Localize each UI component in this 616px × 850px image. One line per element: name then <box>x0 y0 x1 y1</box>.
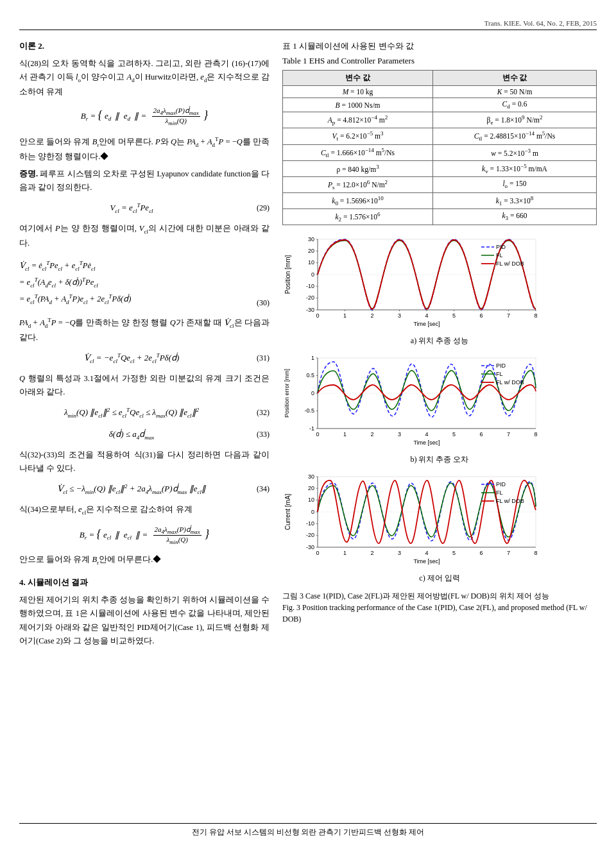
svg-text:FL: FL <box>496 252 503 259</box>
svg-text:4: 4 <box>425 550 428 556</box>
eq-30: V̇cl = ėclTPecl + eclTPėcl = eclT(Adecl … <box>19 255 270 310</box>
svg-text:8: 8 <box>534 312 537 319</box>
svg-text:-30: -30 <box>306 544 314 550</box>
svg-text:3: 3 <box>398 550 401 556</box>
svg-text:Position error [mm]: Position error [mm] <box>284 369 290 418</box>
svg-text:3: 3 <box>398 431 401 438</box>
svg-text:2: 2 <box>370 431 373 438</box>
parameter-table: 변수 값 변수 값 M = 10 kg K = 50 N/m B = 1000 … <box>282 70 597 225</box>
table-cell: kv = 1.33×10−5 m/mA <box>433 160 597 176</box>
table-cell: ρ = 840 kg/m3 <box>283 160 433 176</box>
para9: 안으로 들어와 유계 Br안에 머무른다.◆ <box>19 553 270 568</box>
svg-text:30: 30 <box>308 473 314 480</box>
page: Trans. KIEE. Vol. 64, No. 2, FEB, 2015 이… <box>0 0 616 850</box>
svg-text:5: 5 <box>452 550 456 556</box>
svg-text:1: 1 <box>343 431 346 438</box>
svg-text:1: 1 <box>343 550 346 556</box>
table-row: ρ = 840 kg/m3 kv = 1.33×10−5 m/mA <box>283 160 597 176</box>
svg-text:10: 10 <box>308 259 314 266</box>
table-cell: Ctl = 2.48815×10−14 m5/Ns <box>433 128 597 144</box>
svg-text:1: 1 <box>343 312 346 319</box>
svg-text:6: 6 <box>479 550 483 556</box>
svg-text:PID: PID <box>496 244 506 250</box>
table-cell: Ap = 4.812×10−4 m2 <box>283 112 433 128</box>
svg-text:-10: -10 <box>306 283 314 289</box>
table-row: k0 = 1.5696×1010 k1 = 3.3×108 <box>283 192 597 208</box>
table-title-kr: 표 1 시뮬레이션에 사용된 변수와 값 <box>282 40 597 52</box>
para6: Q 행렬의 특성과 3.1절에서 가정한 외란 미분값의 유계 크기 조건은 아… <box>19 372 270 400</box>
chart-c-container: Current [mA] 30 20 10 0 -10 - <box>282 472 597 584</box>
table-cell: k2 = 1.576×106 <box>283 209 433 225</box>
table-cell: lo = 150 <box>433 176 597 192</box>
para8: 식(34)으로부터, ecl은 지수적으로 감소하여 유계 <box>19 503 270 518</box>
table-title-en: Table 1 EHS and Controller Parameters <box>282 56 597 66</box>
table-cell: w = 5.2×10−3 m <box>433 144 597 160</box>
svg-text:2: 2 <box>370 312 373 319</box>
chart-b: Position error [mm] 1 0.5 0 -0.5 -1 <box>282 353 558 452</box>
svg-text:FL: FL <box>496 489 503 496</box>
svg-text:PID: PID <box>496 362 506 369</box>
chart-c-caption: c) 제어 입력 <box>282 573 597 584</box>
svg-text:Time [sec]: Time [sec] <box>413 439 440 446</box>
table-cell: k3 = 660 <box>433 209 597 225</box>
svg-text:FL: FL <box>496 371 503 377</box>
svg-text:4: 4 <box>425 431 428 438</box>
svg-text:Time [sec]: Time [sec] <box>413 321 440 327</box>
svg-text:-20: -20 <box>306 294 314 301</box>
svg-text:0: 0 <box>311 390 314 396</box>
header: Trans. KIEE. Vol. 64, No. 2, FEB, 2015 <box>19 19 597 30</box>
right-column: 표 1 시뮬레이션에 사용된 변수와 값 Table 1 EHS and Con… <box>282 40 597 813</box>
table-cell: Vt = 6.2×10−5 m3 <box>283 128 433 144</box>
para1: 식(28)의 오차 동역학 식을 고려하자. 그리고, 외란 관측기 (16)-… <box>19 57 270 99</box>
footer: 전기 유압 서보 시스템의 비선형 외란 관측기 기반피드백 선형화 제어 <box>19 823 597 837</box>
table-cell: k0 = 1.5696×1010 <box>283 192 433 208</box>
chart-b-caption: b) 위치 추종 오차 <box>282 454 597 465</box>
para4: 여기에서 P는 양 한정 행렬이며, Vcl의 시간에 대한 미분은 아래와 같… <box>19 222 270 250</box>
table-row: Ps = 12.0×106 N/m2 lo = 150 <box>283 176 597 192</box>
chart-a: Position [mm] 30 20 10 0 -10 <box>282 234 558 334</box>
svg-text:2: 2 <box>370 550 373 556</box>
svg-text:7: 7 <box>507 550 510 556</box>
svg-text:7: 7 <box>507 312 510 319</box>
sec4-title: 4. 시뮬레이션 결과 <box>19 577 270 588</box>
eq-34: V̇cl ≤ −λmin(Q) ‖ecl‖2 + 2a4λmax(P)ḋmax … <box>19 480 270 498</box>
chart-c: Current [mA] 30 20 10 0 -10 - <box>282 472 558 571</box>
table-row: B = 1000 Ns/m Cd = 0.6 <box>283 98 597 112</box>
table-cell: K = 50 N/m <box>433 86 597 98</box>
table-cell: Ps = 12.0×106 N/m2 <box>283 176 433 192</box>
svg-text:Time [sec]: Time [sec] <box>413 558 440 565</box>
para3: 증명. 페루프 시스템의 오차로 구성된 Lyapunov candidate … <box>19 167 270 195</box>
section-title: 이론 2. <box>19 40 270 52</box>
para2: 안으로 들어와 유계 Br안에 머무른다. P와 Q는 PAd + AdTP =… <box>19 135 270 164</box>
svg-text:10: 10 <box>308 497 314 503</box>
eq-29: Vcl = eclTPecl (29) <box>19 200 270 217</box>
svg-text:0: 0 <box>311 271 314 278</box>
table-row: Vt = 6.2×10−5 m3 Ctl = 2.48815×10−14 m5/… <box>283 128 597 144</box>
chart-b-container: Position error [mm] 1 0.5 0 -0.5 -1 <box>282 353 597 465</box>
svg-text:3: 3 <box>398 312 401 319</box>
svg-text:0: 0 <box>311 509 314 515</box>
svg-text:FL w/ DOB: FL w/ DOB <box>496 260 524 267</box>
svg-text:20: 20 <box>308 248 314 254</box>
table-cell: Cd = 0.6 <box>433 98 597 112</box>
table-cell: k1 = 3.3×108 <box>433 192 597 208</box>
svg-text:0: 0 <box>316 312 319 319</box>
eq-br: Br = { ed ‖ ed ‖ = 2a4λmax(P)ḋmax λmin(Q… <box>19 104 270 129</box>
eq-br2: Br = { ecl ‖ ecl ‖ = 2a4λmax(P)ḋmax λmin… <box>19 523 270 548</box>
header-text: Trans. KIEE. Vol. 64, No. 2, FEB, 2015 <box>484 19 597 27</box>
svg-text:0.5: 0.5 <box>306 372 314 378</box>
svg-text:FL w/ DOB: FL w/ DOB <box>496 379 524 386</box>
svg-text:-1: -1 <box>309 425 314 432</box>
svg-text:6: 6 <box>479 312 483 319</box>
eq-33: δ(ḋ) ≤ a4ḋmax (33) <box>19 427 270 443</box>
table-cell: βe = 1.8×109 N/m2 <box>433 112 597 128</box>
svg-text:-10: -10 <box>306 520 314 527</box>
para7: 식(32)-(33)의 조건을 적용하여 식(31)을 다시 정리하면 다음과 … <box>19 448 270 476</box>
svg-text:-20: -20 <box>306 532 314 538</box>
svg-text:6: 6 <box>479 431 483 438</box>
eq-31: V̇cl = −eclTQecl + 2eclTPδ(ḋ) (31) <box>19 350 270 367</box>
svg-text:Current [mA]: Current [mA] <box>284 494 291 531</box>
table-header-2: 변수 값 <box>433 71 597 86</box>
chart-a-container: Position [mm] 30 20 10 0 -10 <box>282 234 597 346</box>
left-column: 이론 2. 식(28)의 오차 동역학 식을 고려하자. 그리고, 외란 관측기… <box>19 40 270 813</box>
